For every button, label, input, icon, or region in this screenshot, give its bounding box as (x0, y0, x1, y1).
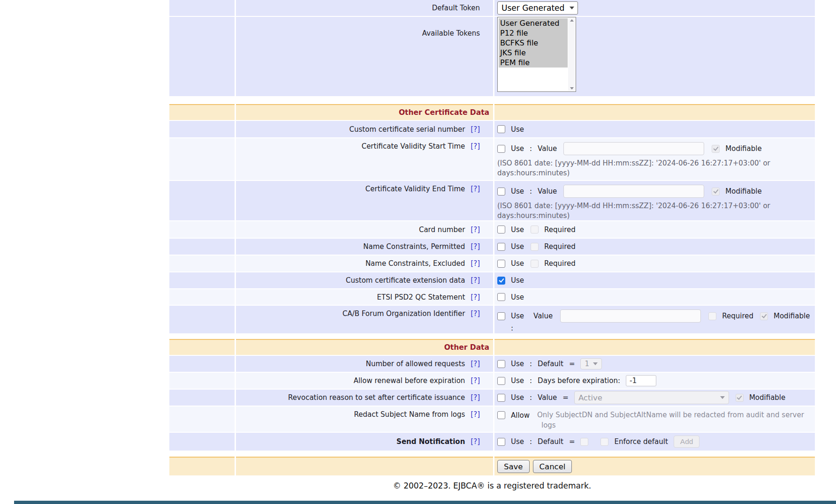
header-cell: Other Data (236, 339, 493, 355)
start-time-input[interactable] (563, 142, 704, 155)
value-cell: Use : Default = Enforce default Add (494, 433, 815, 451)
use-checkbox[interactable] (497, 260, 505, 268)
row-label: Number of allowed requests (366, 360, 465, 368)
use-checkbox[interactable] (497, 394, 505, 402)
listbox-scrollbar[interactable] (568, 18, 575, 91)
help-link[interactable]: [?] (471, 393, 480, 402)
allowed-requests-select: 1 (580, 358, 602, 369)
end-entity-profile-page: Default Token User Generated Available T… (0, 0, 836, 504)
use-checkbox[interactable] (497, 377, 505, 385)
use-label: Use (511, 259, 524, 268)
listbox-option[interactable]: BCFKS file (499, 38, 568, 48)
spacer-cell (169, 339, 235, 355)
days-before-expiration-label: Days before expiration: (538, 376, 620, 385)
spacer-cell (169, 181, 235, 220)
chevron-down-icon (720, 396, 725, 399)
available-tokens-listbox[interactable]: User GeneratedP12 fileBCFKS fileJKS file… (497, 17, 576, 92)
row-label: Certificate Validity End Time (365, 185, 465, 193)
help-link[interactable]: [?] (471, 142, 480, 150)
section-gap (169, 451, 815, 457)
modifiable-label: Modifiable (725, 187, 761, 196)
use-checkbox[interactable] (497, 243, 505, 251)
required-checkbox (531, 243, 539, 251)
scroll-up-icon[interactable] (570, 19, 574, 22)
chevron-down-icon (593, 362, 598, 365)
help-link[interactable]: [?] (471, 309, 480, 318)
help-link[interactable]: [?] (471, 293, 480, 301)
header-cell (494, 104, 815, 120)
listbox-option[interactable]: P12 file (499, 28, 568, 38)
section-gap (169, 96, 815, 104)
listbox-option[interactable]: User Generated (499, 18, 568, 28)
required-label: Required (722, 312, 753, 320)
help-link[interactable]: [?] (471, 437, 480, 446)
use-checkbox[interactable] (497, 360, 505, 368)
label-cell: ETSI PSD2 QC Statement [?] (236, 289, 493, 305)
help-link[interactable]: [?] (471, 125, 480, 134)
available-tokens-row: Available Tokens User GeneratedP12 fileB… (169, 17, 815, 96)
modifiable-label: Modifiable (774, 312, 810, 320)
use-checkbox[interactable] (497, 188, 505, 196)
table-row-send-notification: Send Notification [?] Use : Default = En… (169, 433, 815, 451)
help-link[interactable]: [?] (471, 376, 480, 385)
value-cell: Use : Value Modifiable (ISO 8601 date: [… (494, 138, 815, 180)
use-checkbox[interactable] (497, 312, 505, 320)
use-checkbox[interactable] (497, 145, 505, 153)
default-token-select[interactable]: User Generated (497, 1, 578, 15)
table-row-validity-end: Certificate Validity End Time [?] Use : … (169, 181, 815, 220)
table-row-allow-renewal: Allow renewal before expiration [?] Use … (169, 373, 815, 389)
label-cell: Allow renewal before expiration [?] (236, 373, 493, 389)
use-checkbox[interactable] (497, 438, 505, 446)
help-link[interactable]: [?] (471, 185, 480, 193)
use-label: Use (511, 276, 524, 285)
help-link[interactable]: [?] (471, 360, 480, 368)
use-label: Use (511, 393, 524, 402)
scroll-down-icon[interactable] (570, 87, 574, 90)
default-token-selected-value: User Generated (502, 3, 564, 13)
spacer-cell (169, 289, 235, 305)
colon: : (511, 324, 513, 332)
use-checkbox[interactable] (497, 226, 505, 233)
days-before-expiration-input[interactable] (626, 375, 656, 386)
label-cell: Certificate Validity End Time [?] (236, 181, 493, 220)
help-link[interactable]: [?] (471, 226, 480, 234)
help-link[interactable]: [?] (471, 410, 480, 419)
cancel-button[interactable]: Cancel (533, 460, 572, 473)
label-cell: Default Token (236, 0, 493, 16)
spacer-cell (169, 356, 235, 372)
end-time-input[interactable] (563, 185, 704, 198)
use-checkbox[interactable] (497, 277, 505, 285)
table-row-allowed-requests: Number of allowed requests [?] Use : Def… (169, 356, 815, 372)
cab-org-id-input[interactable] (560, 309, 701, 323)
use-checkbox[interactable] (497, 125, 505, 133)
colon: : (530, 437, 532, 446)
save-button[interactable]: Save (497, 460, 530, 473)
other-data-section: Other Data Number of allowed requests [?… (169, 339, 815, 451)
row-label: Certificate Validity Start Time (362, 142, 465, 150)
required-checkbox (531, 226, 539, 233)
listbox-option[interactable]: JKS file (499, 48, 568, 58)
listbox-option[interactable]: PEM file (499, 58, 568, 68)
allow-checkbox[interactable] (497, 411, 505, 419)
use-label: Use (511, 312, 524, 320)
value-cell: Allow Only SubjectDN and SubjectAltName … (494, 406, 815, 432)
iso-date-note: (ISO 8601 date: [yyyy-MM-dd HH:mm:ssZZ]:… (497, 201, 770, 221)
revocation-reason-select: Active (574, 391, 729, 404)
header-cell (494, 339, 815, 355)
use-checkbox[interactable] (497, 293, 505, 301)
help-link[interactable]: [?] (471, 242, 480, 251)
help-link[interactable]: [?] (471, 276, 480, 285)
value-cell: User GeneratedP12 fileBCFKS fileJKS file… (494, 17, 815, 96)
section-gap (169, 333, 815, 339)
label-cell: Send Notification [?] (236, 433, 493, 451)
copyright-footer: © 2002–2023. EJBCA® is a registered trad… (169, 481, 815, 490)
row-label: Allow renewal before expiration (354, 376, 465, 385)
default-label: Default (538, 360, 563, 368)
section-title: Other Data (444, 343, 489, 352)
help-link[interactable]: [?] (471, 259, 480, 268)
use-label: Use (511, 360, 524, 368)
colon: : (530, 393, 532, 402)
value-cell: Use Required (494, 221, 815, 238)
use-label: Use (511, 144, 524, 153)
bottom-divider-bar (14, 501, 836, 504)
